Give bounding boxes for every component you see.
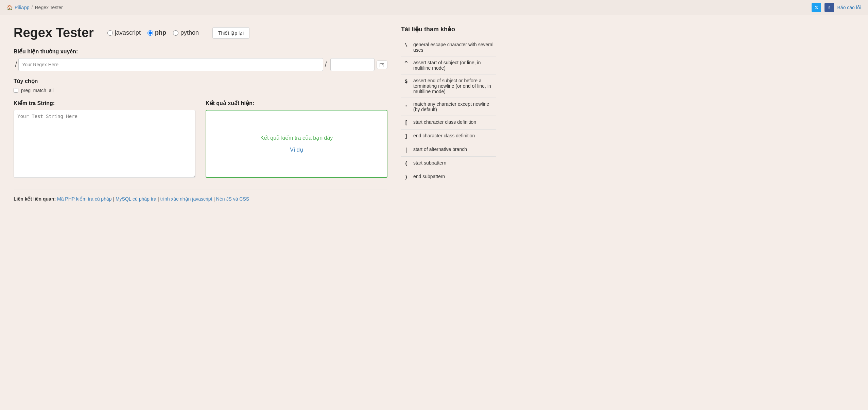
reference-table: \ general escape character with several … [401,38,496,184]
ref-table-row: ( start subpattern [401,157,496,170]
separator-3: | [213,196,216,202]
python-label: python [180,29,199,36]
regex-input-row: / / iuUmsSxXAD [?] [14,58,387,71]
result-label: Kết quả xuất hiện: [206,100,387,106]
related-link-0[interactable]: Mã PHP kiểm tra cú pháp [57,196,111,202]
report-link[interactable]: Báo cáo lỗi [837,5,861,10]
ref-table-row: ) end subpattern [401,170,496,184]
regex-section: Biểu hiện thường xuyên: / / iuUmsSxXAD [… [14,48,387,71]
ref-table-row: . match any character except newline (by… [401,98,496,116]
regex-flags-input[interactable]: iuUmsSxXAD [330,58,375,71]
related-link-1[interactable]: MySQL cú pháp tra [116,196,156,202]
preg-match-all-label: preg_match_all [21,88,54,93]
ref-table-row: \ general escape character with several … [401,38,496,56]
ref-description-0: general escape character with several us… [411,38,496,56]
ref-symbol-1: ^ [401,56,411,74]
preg-match-all-option[interactable]: preg_match_all [14,88,387,93]
regex-input[interactable] [18,58,323,71]
home-icon: 🏠 [7,5,13,10]
test-string-label: Kiểm tra String: [14,100,195,106]
nav-right: 𝕏 f Báo cáo lỗi [812,3,861,12]
preg-match-all-checkbox[interactable] [14,88,18,93]
ref-table-row: ] end character class definition [401,130,496,143]
options-section: Tùy chọn preg_match_all [14,78,387,93]
page-title: Regex Tester [14,25,94,40]
twitter-button[interactable]: 𝕏 [812,3,821,12]
breadcrumb: 🏠 PiliApp / Regex Tester [7,5,63,10]
ref-symbol-4: [ [401,116,411,130]
regex-slash-open: / [14,61,18,68]
ref-description-8: end subpattern [411,170,496,184]
php-radio[interactable] [147,30,153,36]
ref-description-2: assert end of subject or before a termin… [411,74,496,98]
ref-symbol-7: ( [401,157,411,170]
sidebar-title: Tài liệu tham khảo [401,25,496,33]
test-string-textarea[interactable] [14,110,195,178]
reset-button[interactable]: Thiết lập lại [212,27,249,39]
related-links-prefix: Liên kết liên quan: [14,196,56,202]
result-box: Kết quả kiểm tra của bạn đây Ví dụ [206,110,387,178]
ref-table-row: [ start character class definition [401,116,496,130]
ref-symbol-2: $ [401,74,411,98]
ref-symbol-6: | [401,143,411,157]
python-radio[interactable] [173,30,178,36]
php-label: php [155,29,166,36]
javascript-label: javascript [115,29,141,36]
ref-description-7: start subpattern [411,157,496,170]
example-link[interactable]: Ví dụ [290,147,303,153]
related-link-2[interactable]: trình xác nhận javascript [160,196,212,202]
breadcrumb-separator: / [32,5,33,10]
top-nav: 🏠 PiliApp / Regex Tester 𝕏 f Báo cáo lỗi [0,0,868,15]
regex-slash-close: / [323,61,328,68]
ref-symbol-0: \ [401,38,411,56]
python-option[interactable]: python [173,29,199,36]
php-option[interactable]: php [147,29,166,36]
current-page-label: Regex Tester [35,5,63,10]
left-content: Regex Tester javascript php python Thiết… [14,25,387,208]
javascript-option[interactable]: javascript [107,29,141,36]
ref-description-1: assert start of subject (or line, in mul… [411,56,496,74]
related-link-3[interactable]: Nén JS và CSS [216,196,249,202]
ref-table-row: $ assert end of subject or before a term… [401,74,496,98]
ref-table-row: | start of alternative branch [401,143,496,157]
ref-symbol-5: ] [401,130,411,143]
regex-label: Biểu hiện thường xuyên: [14,48,387,55]
page-header: Regex Tester javascript php python Thiết… [14,25,387,40]
main-container: Regex Tester javascript php python Thiết… [0,15,868,215]
ref-symbol-8: ) [401,170,411,184]
ref-description-3: match any character except newline (by d… [411,98,496,116]
result-placeholder-text: Kết quả kiểm tra của bạn đây [260,135,333,141]
separator-1: | [113,196,116,202]
result-section: Kết quả xuất hiện: Kết quả kiểm tra của … [206,100,387,179]
test-result-row: Kiểm tra String: Kết quả xuất hiện: Kết … [14,100,387,179]
options-label: Tùy chọn [14,78,387,84]
regex-help-button[interactable]: [?] [377,61,387,69]
related-links: Liên kết liên quan: Mã PHP kiểm tra cú p… [14,189,387,208]
javascript-radio[interactable] [107,30,113,36]
home-link[interactable]: PiliApp [15,5,30,10]
ref-description-4: start character class definition [411,116,496,130]
right-sidebar: Tài liệu tham khảo \ general escape char… [387,25,496,208]
language-radio-group: javascript php python [107,29,199,36]
test-string-section: Kiểm tra String: [14,100,195,179]
ref-description-6: start of alternative branch [411,143,496,157]
ref-table-row: ^ assert start of subject (or line, in m… [401,56,496,74]
facebook-button[interactable]: f [824,3,834,12]
ref-description-5: end character class definition [411,130,496,143]
ref-symbol-3: . [401,98,411,116]
